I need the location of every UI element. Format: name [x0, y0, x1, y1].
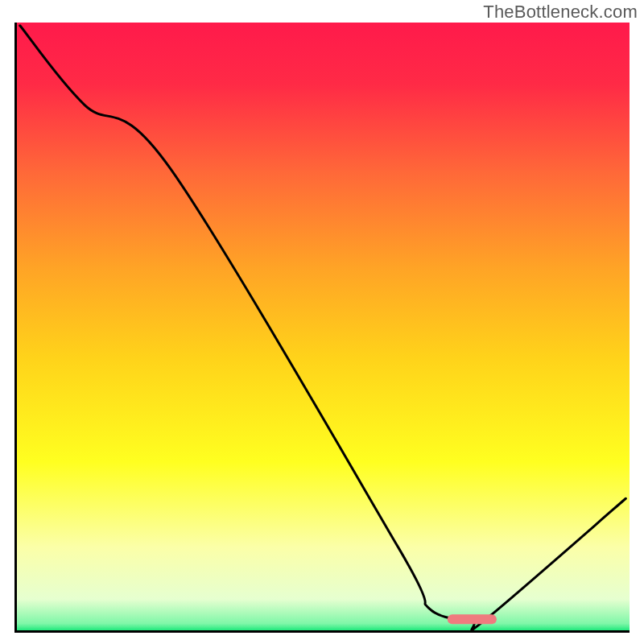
plot-svg [17, 23, 630, 633]
optimal-range-marker [448, 614, 497, 624]
watermark-text: TheBottleneck.com [483, 2, 638, 23]
plot-area [14, 23, 630, 633]
chart-container: TheBottleneck.com [0, 0, 644, 644]
gradient-background [17, 23, 630, 633]
